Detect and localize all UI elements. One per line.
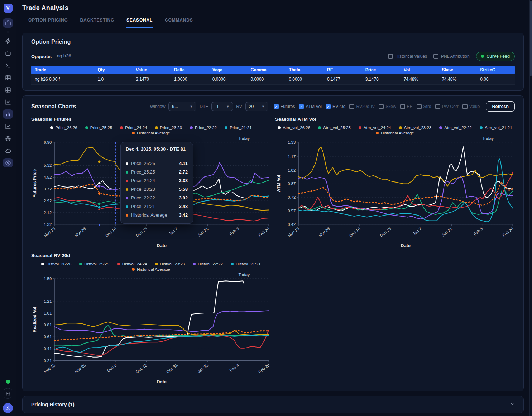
svg-text:2.92: 2.92	[44, 199, 52, 203]
user-avatar[interactable]	[3, 403, 13, 413]
line-chart-secondary-icon[interactable]	[3, 122, 13, 131]
chart-tooltip: Dec 4, 2025, 05:30 · DTE 81Price_26:264.…	[120, 142, 193, 224]
legend-item[interactable]: Atm_vol_26:26	[278, 126, 310, 130]
table-cell: 74.48%	[438, 74, 476, 85]
checkbox-rv20d[interactable]: ✓RV20d	[326, 104, 345, 109]
svg-text:1.01: 1.01	[44, 311, 52, 315]
legend-item[interactable]: Atm_vol_23:23	[399, 126, 432, 130]
svg-text:Date: Date	[401, 243, 411, 248]
svg-text:Futures Price: Futures Price	[32, 169, 37, 198]
opquote-input[interactable]: ng h26	[56, 52, 185, 60]
option-pricing-panel: Option Pricing Opquote: ng h26 Historica…	[22, 33, 524, 91]
terminal-icon[interactable]	[3, 61, 13, 70]
scrollbar[interactable]	[529, 0, 532, 416]
legend-item[interactable]: Atm_vol_25:25	[318, 126, 351, 130]
curve-feed-status-dot	[481, 55, 484, 58]
scrollbar-thumb[interactable]	[530, 1, 532, 76]
legend-item[interactable]: Price_25:25	[85, 126, 112, 130]
rv-select[interactable]: 20▼	[245, 102, 268, 111]
sidebar: V	[0, 0, 16, 416]
svg-text:Dec 23: Dec 23	[135, 227, 148, 238]
charts-grid: Seasonal FuturesPrice_26:26Price_25:25Pr…	[31, 117, 515, 385]
cloud-icon[interactable]	[3, 146, 13, 155]
table-cell: 74.48%	[400, 74, 438, 85]
checkbox-futures[interactable]: ✓Futures	[274, 104, 295, 109]
pricing-history-panel[interactable]: Pricing History (1)	[22, 396, 524, 413]
column-header: Price	[362, 66, 400, 74]
legend-item[interactable]: Price_22:22	[190, 126, 217, 130]
svg-text:Nov 26: Nov 26	[74, 227, 87, 238]
target-icon[interactable]	[3, 134, 13, 143]
svg-text:Nov 13: Nov 13	[43, 227, 56, 238]
settings-gear-icon[interactable]	[3, 388, 13, 399]
table-row[interactable]: ng h26 0.00 f1.03.14701.00000.00000.0000…	[31, 74, 515, 85]
legend-item[interactable]: Atm_vol_22:22	[439, 126, 472, 130]
legend-item[interactable]: Price_26:26	[50, 126, 77, 130]
column-header: Trade	[31, 66, 94, 74]
app-root: V Trade Analysis OPTION PRICINGBACKTESTI…	[0, 0, 532, 416]
checkbox-skew[interactable]: Skew	[379, 104, 396, 109]
seasonal-title: Seasonal Charts	[31, 103, 76, 110]
legend-item[interactable]: Historical Average	[132, 267, 170, 271]
legend-item[interactable]: Atm_vol_24:24	[359, 126, 391, 130]
legend-item[interactable]: Price_24:24	[120, 126, 147, 130]
legend-item[interactable]: Histvol_24:24	[117, 262, 147, 266]
legend-item[interactable]: Histvol_25:25	[79, 262, 109, 266]
window-select[interactable]: 9...▼	[168, 102, 196, 111]
refresh-button[interactable]: Refresh	[486, 101, 515, 112]
column-header: Skew	[438, 66, 476, 74]
legend-item[interactable]: Histvol_23:23	[155, 262, 185, 266]
chevron-down-icon[interactable]	[510, 401, 515, 408]
zap-icon[interactable]	[3, 36, 13, 46]
grid-secondary-icon[interactable]	[3, 85, 13, 94]
legend-item[interactable]: Historical Average	[376, 131, 414, 135]
toggle-historical-values[interactable]: Historical Values	[388, 54, 427, 59]
checkbox-be[interactable]: BE	[400, 104, 413, 109]
pricing-history-title: Pricing History (1)	[31, 402, 75, 407]
tooltip-row: Historical Average3.42	[126, 211, 188, 219]
legend-item[interactable]: Historical Average	[132, 131, 170, 135]
tooltip-row: Price_25:252.72	[126, 168, 188, 176]
legend-item[interactable]: Histvol_22:22	[193, 262, 223, 266]
tab-option-pricing[interactable]: OPTION PRICING	[28, 18, 69, 28]
legend-item[interactable]: Histvol_26:26	[41, 262, 71, 266]
svg-text:Nov 13: Nov 13	[287, 227, 300, 238]
dollar-icon[interactable]	[3, 158, 13, 167]
legend-item[interactable]: Price_23:23	[155, 126, 182, 130]
curve-feed-button[interactable]: Curve Feed	[476, 52, 515, 61]
tab-commands[interactable]: COMMANDS	[164, 18, 193, 28]
column-header: Vol	[400, 66, 438, 74]
grid-icon[interactable]	[3, 73, 13, 82]
dte-value: -1	[215, 104, 219, 109]
opquote-label: Opquote:	[31, 54, 52, 59]
app-logo[interactable]: V	[4, 4, 13, 13]
svg-text:0.87: 0.87	[288, 181, 296, 186]
checkbox-rv20d-iv[interactable]: RV20d-IV	[349, 104, 375, 109]
svg-text:2.12: 2.12	[44, 211, 52, 215]
dte-select[interactable]: -1▼	[211, 102, 233, 111]
chart-plot[interactable]: 1.331.171.020.870.720.570.42Nov 13Nov 26…	[275, 135, 515, 249]
legend-item[interactable]: Price_21:21	[225, 126, 251, 130]
table-cell: 3.1470	[132, 74, 171, 85]
tab-seasonal[interactable]: SEASONAL	[126, 18, 153, 28]
checkbox-icon	[462, 104, 468, 109]
tooltip-row: Price_21:212.48	[126, 202, 188, 211]
chart-plot[interactable]: 1.591.211.010.810.610.410.21Nov 13Nov 25…	[31, 271, 271, 386]
checkbox-strd[interactable]: Strd	[417, 104, 431, 109]
svg-text:Dec 18: Dec 18	[135, 363, 148, 374]
tab-backtesting[interactable]: BACKTESTING	[80, 18, 115, 28]
tab-bar: OPTION PRICINGBACKTESTINGSEASONALCOMMAND…	[22, 18, 524, 28]
legend-item[interactable]: Atm_vol_21:21	[480, 126, 512, 130]
legend-item[interactable]: Histvol_21:21	[231, 262, 261, 266]
checkbox-p-v-corr[interactable]: P/V Corr	[435, 104, 459, 109]
column-header: Qty	[94, 66, 133, 74]
window-value: 9...	[172, 104, 178, 109]
bar-chart-icon[interactable]	[3, 109, 13, 119]
briefcase-secondary-icon[interactable]	[3, 48, 13, 58]
checkbox-atm-vol[interactable]: ✓ATM Vol	[299, 104, 321, 109]
briefcase-icon[interactable]	[3, 18, 13, 28]
toggle-pnl-attribution[interactable]: PNL Attribution	[433, 54, 470, 59]
checkbox-value[interactable]: Value	[462, 104, 480, 109]
line-chart-icon[interactable]	[3, 97, 13, 107]
svg-text:Today: Today	[239, 136, 250, 141]
